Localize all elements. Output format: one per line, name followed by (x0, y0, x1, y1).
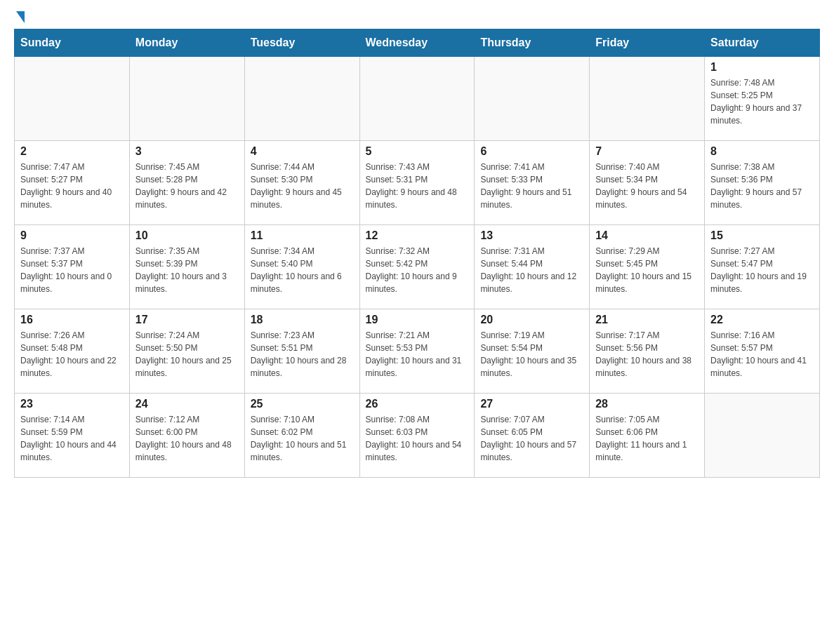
calendar-day-cell: 5Sunrise: 7:43 AM Sunset: 5:31 PM Daylig… (359, 141, 475, 225)
day-info: Sunrise: 7:43 AM Sunset: 5:31 PM Dayligh… (366, 161, 469, 211)
day-info: Sunrise: 7:05 AM Sunset: 6:06 PM Dayligh… (595, 413, 699, 464)
day-info: Sunrise: 7:47 AM Sunset: 5:27 PM Dayligh… (20, 161, 124, 211)
calendar-week-row: 9Sunrise: 7:37 AM Sunset: 5:37 PM Daylig… (15, 225, 820, 309)
day-number: 11 (251, 229, 354, 242)
day-of-week-header: Tuesday (244, 29, 359, 57)
calendar-day-cell: 8Sunrise: 7:38 AM Sunset: 5:36 PM Daylig… (705, 141, 820, 225)
day-info: Sunrise: 7:48 AM Sunset: 5:25 PM Dayligh… (710, 76, 814, 127)
day-of-week-header: Saturday (705, 29, 820, 57)
calendar-day-cell: 26Sunrise: 7:08 AM Sunset: 6:03 PM Dayli… (359, 394, 475, 478)
calendar-day-cell: 13Sunrise: 7:31 AM Sunset: 5:44 PM Dayli… (475, 225, 590, 309)
calendar-day-cell: 27Sunrise: 7:07 AM Sunset: 6:05 PM Dayli… (475, 394, 590, 478)
calendar-day-cell: 4Sunrise: 7:44 AM Sunset: 5:30 PM Daylig… (244, 141, 359, 225)
calendar-day-cell: 12Sunrise: 7:32 AM Sunset: 5:42 PM Dayli… (359, 225, 475, 309)
day-info: Sunrise: 7:17 AM Sunset: 5:56 PM Dayligh… (595, 329, 699, 380)
day-info: Sunrise: 7:32 AM Sunset: 5:42 PM Dayligh… (366, 245, 469, 295)
calendar-day-cell: 11Sunrise: 7:34 AM Sunset: 5:40 PM Dayli… (244, 225, 359, 309)
calendar-day-cell: 28Sunrise: 7:05 AM Sunset: 6:06 PM Dayli… (590, 394, 705, 478)
calendar-day-cell: 17Sunrise: 7:24 AM Sunset: 5:50 PM Dayli… (129, 309, 244, 394)
day-number: 18 (251, 314, 354, 326)
day-info: Sunrise: 7:34 AM Sunset: 5:40 PM Dayligh… (251, 245, 354, 295)
day-of-week-header: Friday (590, 29, 705, 57)
day-info: Sunrise: 7:16 AM Sunset: 5:57 PM Dayligh… (710, 329, 814, 380)
calendar-day-cell: 19Sunrise: 7:21 AM Sunset: 5:53 PM Dayli… (359, 309, 475, 394)
day-info: Sunrise: 7:14 AM Sunset: 5:59 PM Dayligh… (20, 413, 124, 464)
day-number: 25 (251, 398, 354, 410)
logo-triangle-icon (16, 11, 25, 23)
calendar-week-row: 1Sunrise: 7:48 AM Sunset: 5:25 PM Daylig… (15, 57, 820, 141)
day-number: 10 (135, 229, 239, 242)
calendar-week-row: 2Sunrise: 7:47 AM Sunset: 5:27 PM Daylig… (15, 141, 820, 225)
day-number: 13 (480, 229, 583, 242)
day-number: 12 (366, 229, 469, 242)
day-info: Sunrise: 7:07 AM Sunset: 6:05 PM Dayligh… (480, 413, 583, 464)
day-of-week-header: Sunday (15, 29, 130, 57)
day-number: 9 (20, 229, 124, 242)
calendar-day-cell: 10Sunrise: 7:35 AM Sunset: 5:39 PM Dayli… (129, 225, 244, 309)
day-info: Sunrise: 7:27 AM Sunset: 5:47 PM Dayligh… (710, 245, 814, 295)
calendar-day-cell (475, 57, 590, 141)
day-number: 16 (20, 314, 124, 326)
calendar-day-cell: 25Sunrise: 7:10 AM Sunset: 6:02 PM Dayli… (244, 394, 359, 478)
calendar-day-cell: 14Sunrise: 7:29 AM Sunset: 5:45 PM Dayli… (590, 225, 705, 309)
calendar-table: SundayMondayTuesdayWednesdayThursdayFrid… (14, 29, 820, 478)
day-number: 27 (480, 398, 583, 410)
day-info: Sunrise: 7:10 AM Sunset: 6:02 PM Dayligh… (251, 413, 354, 464)
day-info: Sunrise: 7:44 AM Sunset: 5:30 PM Dayligh… (251, 161, 354, 211)
calendar-header-row: SundayMondayTuesdayWednesdayThursdayFrid… (15, 29, 820, 57)
calendar-day-cell: 21Sunrise: 7:17 AM Sunset: 5:56 PM Dayli… (590, 309, 705, 394)
day-number: 7 (595, 145, 699, 158)
day-number: 23 (20, 398, 124, 410)
page-header (14, 14, 820, 22)
day-number: 2 (20, 145, 124, 158)
day-number: 4 (251, 145, 354, 158)
logo (14, 14, 25, 22)
calendar-day-cell (244, 57, 359, 141)
day-info: Sunrise: 7:23 AM Sunset: 5:51 PM Dayligh… (251, 329, 354, 380)
day-number: 21 (595, 314, 699, 326)
calendar-day-cell: 18Sunrise: 7:23 AM Sunset: 5:51 PM Dayli… (244, 309, 359, 394)
calendar-day-cell: 23Sunrise: 7:14 AM Sunset: 5:59 PM Dayli… (15, 394, 130, 478)
day-number: 28 (595, 398, 699, 410)
day-info: Sunrise: 7:08 AM Sunset: 6:03 PM Dayligh… (366, 413, 469, 464)
calendar-day-cell: 22Sunrise: 7:16 AM Sunset: 5:57 PM Dayli… (705, 309, 820, 394)
calendar-day-cell: 20Sunrise: 7:19 AM Sunset: 5:54 PM Dayli… (475, 309, 590, 394)
day-number: 1 (710, 61, 814, 74)
day-number: 17 (135, 314, 239, 326)
calendar-day-cell: 2Sunrise: 7:47 AM Sunset: 5:27 PM Daylig… (15, 141, 130, 225)
day-info: Sunrise: 7:40 AM Sunset: 5:34 PM Dayligh… (595, 161, 699, 211)
calendar-day-cell: 3Sunrise: 7:45 AM Sunset: 5:28 PM Daylig… (129, 141, 244, 225)
day-number: 20 (480, 314, 583, 326)
day-of-week-header: Thursday (475, 29, 590, 57)
day-of-week-header: Wednesday (359, 29, 475, 57)
day-number: 6 (480, 145, 583, 158)
day-info: Sunrise: 7:29 AM Sunset: 5:45 PM Dayligh… (595, 245, 699, 295)
day-info: Sunrise: 7:37 AM Sunset: 5:37 PM Dayligh… (20, 245, 124, 295)
day-info: Sunrise: 7:35 AM Sunset: 5:39 PM Dayligh… (135, 245, 239, 295)
day-info: Sunrise: 7:19 AM Sunset: 5:54 PM Dayligh… (480, 329, 583, 380)
day-info: Sunrise: 7:45 AM Sunset: 5:28 PM Dayligh… (135, 161, 239, 211)
day-number: 26 (366, 398, 469, 410)
calendar-day-cell (15, 57, 130, 141)
calendar-week-row: 23Sunrise: 7:14 AM Sunset: 5:59 PM Dayli… (15, 394, 820, 478)
calendar-day-cell: 6Sunrise: 7:41 AM Sunset: 5:33 PM Daylig… (475, 141, 590, 225)
calendar-day-cell: 1Sunrise: 7:48 AM Sunset: 5:25 PM Daylig… (705, 57, 820, 141)
calendar-day-cell: 9Sunrise: 7:37 AM Sunset: 5:37 PM Daylig… (15, 225, 130, 309)
day-info: Sunrise: 7:24 AM Sunset: 5:50 PM Dayligh… (135, 329, 239, 380)
day-number: 5 (366, 145, 469, 158)
day-of-week-header: Monday (129, 29, 244, 57)
day-number: 22 (710, 314, 814, 326)
day-number: 14 (595, 229, 699, 242)
calendar-day-cell (590, 57, 705, 141)
calendar-day-cell (129, 57, 244, 141)
day-number: 8 (710, 145, 814, 158)
calendar-day-cell: 24Sunrise: 7:12 AM Sunset: 6:00 PM Dayli… (129, 394, 244, 478)
calendar-day-cell: 7Sunrise: 7:40 AM Sunset: 5:34 PM Daylig… (590, 141, 705, 225)
day-info: Sunrise: 7:12 AM Sunset: 6:00 PM Dayligh… (135, 413, 239, 464)
calendar-day-cell (705, 394, 820, 478)
day-info: Sunrise: 7:21 AM Sunset: 5:53 PM Dayligh… (366, 329, 469, 380)
day-number: 3 (135, 145, 239, 158)
calendar-week-row: 16Sunrise: 7:26 AM Sunset: 5:48 PM Dayli… (15, 309, 820, 394)
day-info: Sunrise: 7:31 AM Sunset: 5:44 PM Dayligh… (480, 245, 583, 295)
day-number: 19 (366, 314, 469, 326)
